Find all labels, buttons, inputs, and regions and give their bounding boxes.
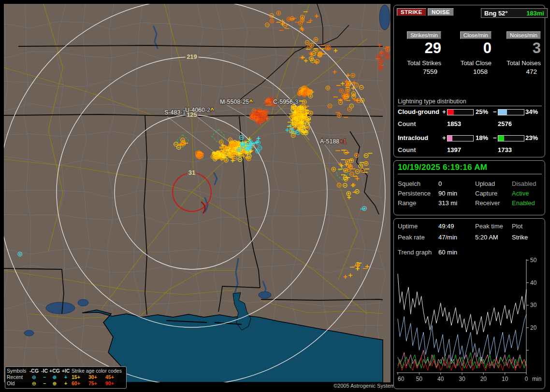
legend-row-label: Old: [7, 380, 29, 387]
close-rate-column: Close/min 0 Total Close 1058: [450, 30, 492, 75]
cell-label-M-5508: M-5508-25^: [220, 98, 253, 105]
intracloud-label: Intracloud: [398, 134, 428, 141]
peak-rate-label: Peak rate: [398, 234, 425, 241]
age-code: 45+: [105, 374, 122, 380]
ic-plus-icon: +: [60, 374, 72, 380]
age-code: 90+: [105, 380, 122, 387]
ic-plus-count: 1397: [447, 146, 461, 154]
close-per-min-header: Close/min: [460, 31, 492, 39]
strikes-per-min-value: 29: [397, 40, 441, 56]
svg-text:30: 30: [459, 376, 465, 382]
setting-label: Upload: [475, 180, 495, 187]
setting-label: Squelch: [398, 180, 420, 187]
svg-text:60: 60: [398, 376, 405, 382]
ic-minus-icon: −: [40, 380, 49, 387]
bearing-distance: 183mi: [526, 10, 544, 17]
plot-value: Strike: [512, 234, 528, 241]
legend-header: Symbols: [7, 368, 29, 374]
setting-value: Enabled: [512, 199, 535, 207]
cloud-ground-label: Cloud-ground: [398, 108, 439, 115]
legend-header: +CG: [49, 368, 60, 374]
cg-plus-icon: ⊕: [49, 380, 60, 387]
svg-text:50: 50: [530, 257, 537, 264]
setting-label: Capture: [475, 190, 497, 197]
legend-row-label: Recent: [7, 374, 29, 380]
setting-value: 313 mi: [438, 199, 457, 207]
age-code: 30+: [88, 374, 105, 380]
age-code: 60+: [72, 380, 88, 387]
setting-value: 0: [438, 180, 442, 187]
trend-series-strikes-white: [398, 274, 526, 335]
nexstorm-app: { "copyright": "©2005 Astrogenic Systems…: [0, 0, 550, 392]
trend-graph: 504030206050403020100min: [396, 257, 544, 387]
setting-value: Disabled: [512, 180, 536, 187]
cg-minus-pct: 34%: [525, 108, 538, 115]
svg-text:10: 10: [502, 376, 508, 382]
divider: [398, 106, 542, 106]
cg-minus-icon: ⊖: [29, 380, 40, 387]
trend-graph-label: Trend graph: [398, 249, 432, 256]
setting-value: Active: [512, 190, 529, 197]
strike-mode-button[interactable]: STRIKE: [397, 8, 426, 16]
datetime-display: 10/19/2025 6:19:16 AM: [398, 163, 487, 172]
cg-plus-pct: 25%: [476, 108, 488, 115]
plus-sign: +: [442, 108, 446, 115]
svg-text:20: 20: [480, 376, 487, 382]
cell-label-U-4060: U-4060-2^: [185, 107, 214, 113]
ring-label-219: 219: [187, 53, 197, 60]
cg-plus-icon: ⊕: [49, 374, 60, 380]
ic-plus-icon: +: [60, 380, 72, 387]
total-close-label: Total Close: [450, 59, 492, 67]
peak-rate-value: 47/min: [438, 234, 457, 241]
trend-box: Uptime 49:49 Peak time Plot Peak rate 47…: [393, 218, 545, 389]
cell-label-A-5188: A-5188+1: [320, 138, 347, 145]
cg-minus-count: 2576: [498, 120, 512, 127]
status-box: 10/19/2025 6:19:16 AM Squelch0UploadDisa…: [393, 160, 545, 215]
total-noises-label: Total Noises: [498, 59, 541, 67]
ic-minus-bar: [498, 135, 524, 141]
svg-text:20: 20: [530, 324, 537, 331]
strike-map-canvas[interactable]: 31125219313S-483-1U-4060-2^M-5508-25^C-5…: [4, 4, 391, 382]
noise-mode-button[interactable]: NOISE: [428, 8, 454, 16]
trend-window-value: 60 min: [438, 249, 457, 256]
noises-per-min-header: Noises/min: [507, 31, 541, 39]
setting-label: Receiver: [475, 199, 500, 207]
svg-text:30: 30: [530, 302, 537, 308]
peak-time-value: 5:20 AM: [475, 234, 498, 241]
ic-minus-pct: 23%: [525, 134, 538, 141]
svg-text:0: 0: [525, 376, 528, 382]
ring-label-31: 31: [188, 169, 195, 176]
strikes-per-min-header: Strikes/min: [407, 31, 441, 39]
strikes-rate-column: Strikes/min 29 Total Strikes 7559: [397, 30, 441, 75]
plot-label: Plot: [512, 223, 522, 230]
map-svg: 31125219313S-483-1U-4060-2^M-5508-25^C-5…: [4, 4, 391, 382]
count-label: Count: [398, 146, 416, 154]
noises-per-min-value: 3: [498, 40, 541, 56]
bearing-value: Bng 52°: [484, 10, 508, 17]
svg-text:40: 40: [437, 376, 444, 382]
uptime-value: 49:49: [438, 223, 454, 230]
noises-rate-column: Noises/min 3 Total Noises 472: [498, 30, 541, 75]
copyright-text: ©2005 Astrogenic Systems: [333, 383, 397, 389]
setting-label: Range: [398, 199, 416, 207]
ic-plus-pct: 18%: [476, 134, 488, 141]
ic-minus-icon: −: [40, 374, 49, 380]
peak-time-label: Peak time: [475, 223, 503, 230]
legend-header: +IC: [60, 368, 72, 374]
strike-stats-box: STRIKE NOISE Bng 52° 183mi Strikes/min 2…: [393, 5, 545, 157]
divider: [398, 174, 542, 174]
total-noises-value: 472: [498, 68, 541, 75]
ic-minus-count: 1733: [498, 146, 512, 154]
bearing-readout: Bng 52° 183mi: [481, 8, 548, 18]
cg-plus-count: 1853: [447, 120, 461, 127]
total-close-value: 1058: [450, 68, 492, 75]
setting-value: 90 min: [438, 190, 457, 197]
cg-minus-icon: ⊖: [29, 374, 40, 380]
setting-label: Persistence: [398, 190, 431, 197]
symbol-legend: Symbols-CG-IC+CG+ICStrike age color code…: [5, 366, 127, 389]
count-label: Count: [398, 120, 416, 127]
distribution-title: Lightning type distribution: [398, 98, 466, 105]
legend-header: -CG: [29, 368, 40, 374]
close-per-min-value: 0: [450, 40, 492, 56]
minus-sign: −: [493, 134, 497, 141]
